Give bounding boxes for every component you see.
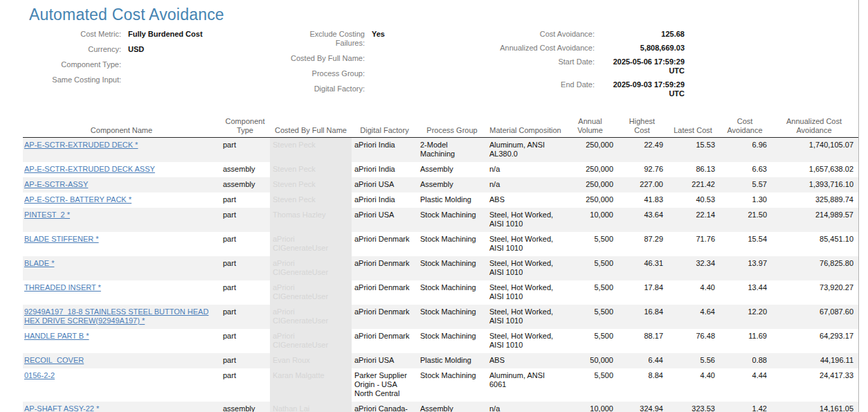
cell-highest-cost: 87.29 xyxy=(618,232,668,256)
cell-process-group: Stock Machining xyxy=(417,368,487,402)
cell-process-group: Stock Machining xyxy=(417,208,487,232)
column-header: Component Name xyxy=(23,116,220,138)
table-body: AP-E-SCTR-EXTRUDED DECK *partSteven Peck… xyxy=(23,138,858,412)
component-name-cell: AP-E-SCTR-ASSY xyxy=(23,177,220,192)
cell-process-group: Stock Machining xyxy=(417,280,487,305)
cell-process-group: 2-Model Machining xyxy=(417,138,487,163)
column-header: Cost Avoidance xyxy=(720,116,772,138)
component-name-link[interactable]: BLADE * xyxy=(24,259,54,267)
table-row: THREADED INSERT *partaPriori CIGenerateU… xyxy=(23,280,858,305)
cell-annual-volume: 250,000 xyxy=(564,162,618,177)
meta-value: 2025-05-06 17:59:29 UTC xyxy=(602,57,685,75)
cell-type: part xyxy=(220,256,270,280)
cell-latest-cost: 22.14 xyxy=(668,208,720,232)
table-header-row: Component NameComponent TypeCosted By Fu… xyxy=(23,116,858,138)
table-row: 92949A197_18-8 STAINLESS STEEL BUTTON HE… xyxy=(23,305,858,329)
meta-pair: Component Type: xyxy=(23,60,260,69)
cell-cost-avoidance: 12.20 xyxy=(720,305,772,329)
cell-material: Steel, Hot Worked, AISI 1010 xyxy=(487,208,564,232)
meta-value: Yes xyxy=(372,30,462,48)
cell-type: part xyxy=(220,208,270,232)
cell-highest-cost: 46.31 xyxy=(618,256,668,280)
meta-label: End Date: xyxy=(496,80,595,98)
cell-cost-avoidance: 13.44 xyxy=(720,280,772,305)
cell-annualized: 85,451.10 xyxy=(772,232,858,256)
component-name-cell: 92949A197_18-8 STAINLESS STEEL BUTTON HE… xyxy=(23,305,220,329)
table-row: AP-E-SCTR-EXTRUDED DECK *partSteven Peck… xyxy=(23,138,858,163)
cell-highest-cost: 92.76 xyxy=(618,162,668,177)
component-name-link[interactable]: PINTEST_2 * xyxy=(24,211,70,219)
cell-highest-cost: 17.84 xyxy=(618,280,668,305)
cell-material: Steel, Hot Worked, AISI 1010 xyxy=(487,232,564,256)
meta-column-left: Cost Metric:Fully Burdened CostCurrency:… xyxy=(23,30,260,103)
meta-pair: Same Costing Input: xyxy=(23,75,260,84)
cell-digital-factory: aPriori Denmark xyxy=(352,280,417,305)
cell-latest-cost: 32.34 xyxy=(668,256,720,280)
cell-digital-factory: aPriori USA xyxy=(352,208,417,232)
cell-digital-factory: aPriori Denmark xyxy=(352,329,417,353)
cell-digital-factory: aPriori Denmark xyxy=(352,232,417,256)
cell-annual-volume: 10,000 xyxy=(564,402,618,412)
cell-annual-volume: 5,500 xyxy=(564,280,618,305)
cell-type: part xyxy=(220,138,270,163)
page-title: Automated Cost Avoidance xyxy=(29,6,224,24)
table-row: AP-SHAFT ASSY-22 *assemblyNathan LaiaPri… xyxy=(23,402,858,412)
component-name-link[interactable]: HANDLE PART B * xyxy=(24,332,89,340)
cell-digital-factory: aPriori USA xyxy=(352,177,417,192)
cell-cost-avoidance: 21.50 xyxy=(720,208,772,232)
cell-annual-volume: 5,500 xyxy=(564,329,618,353)
cell-costed-by: aPriori CIGenerateUser xyxy=(270,280,352,305)
cell-latest-cost: 15.53 xyxy=(668,138,720,163)
cell-costed-by: aPriori CIGenerateUser xyxy=(270,329,352,353)
meta-value: USD xyxy=(128,45,260,54)
component-name-link[interactable]: AP-E-SCTR-EXTRUDED DECK * xyxy=(24,141,138,149)
cell-digital-factory: aPriori India xyxy=(352,162,417,177)
component-name-link[interactable]: 0156-2-2 xyxy=(24,371,55,379)
meta-value: 2025-09-03 17:59:29 UTC xyxy=(602,80,685,98)
component-name-link[interactable]: AP-E-SCTR-ASSY xyxy=(24,180,88,188)
cell-type: part xyxy=(220,280,270,305)
component-name-cell: HANDLE PART B * xyxy=(23,329,220,353)
cell-process-group: Stock Machining xyxy=(417,305,487,329)
meta-value xyxy=(372,54,462,63)
cell-costed-by: Evan Roux xyxy=(270,353,352,368)
meta-value xyxy=(372,69,462,78)
cell-costed-by: aPriori CIGenerateUser xyxy=(270,256,352,280)
cell-costed-by: Thomas Hazley xyxy=(270,208,352,232)
cell-latest-cost: 4.64 xyxy=(668,305,720,329)
component-name-link[interactable]: RECOIL_COVER xyxy=(24,356,84,364)
component-name-link[interactable]: THREADED INSERT * xyxy=(24,283,101,292)
component-name-cell: RECOIL_COVER xyxy=(23,353,220,368)
cell-material: Steel, Hot Worked, AISI 1010 xyxy=(487,305,564,329)
component-name-link[interactable]: 92949A197_18-8 STAINLESS STEEL BUTTON HE… xyxy=(24,307,208,325)
meta-value xyxy=(128,60,260,69)
table-row: PINTEST_2 *partThomas HazleyaPriori USAS… xyxy=(23,208,858,232)
component-name-cell: THREADED INSERT * xyxy=(23,280,220,305)
meta-pair: Cost Metric:Fully Burdened Cost xyxy=(23,30,260,39)
meta-label: Component Type: xyxy=(23,60,121,69)
cell-type: assembly xyxy=(220,402,270,412)
meta-pair: Exclude Costing Failures:Yes xyxy=(280,30,462,48)
cell-digital-factory: aPriori Denmark xyxy=(352,305,417,329)
cell-costed-by: Steven Peck xyxy=(270,138,352,163)
cell-annualized: 1,740,105.07 xyxy=(772,138,858,163)
cell-material: n/a xyxy=(487,177,564,192)
component-name-link[interactable]: AP-E-SCTR- BATTERY PACK * xyxy=(24,195,132,204)
meta-pair: End Date:2025-09-03 17:59:29 UTC xyxy=(496,80,685,98)
cell-costed-by: aPriori CIGenerateUser xyxy=(270,305,352,329)
cell-type: part xyxy=(220,192,270,208)
meta-label: Process Group: xyxy=(280,69,365,78)
cell-material: Aluminum, ANSI AL380.0 xyxy=(487,138,564,163)
column-header: Annualized Cost Avoidance xyxy=(772,116,858,138)
component-name-link[interactable]: BLADE STIFFENER * xyxy=(24,235,99,243)
meta-pair: Digital Factory: xyxy=(280,84,462,93)
component-name-link[interactable]: AP-SHAFT ASSY-22 * xyxy=(24,404,99,412)
meta-column-middle: Exclude Costing Failures:YesCosted By Fu… xyxy=(280,30,462,103)
meta-value xyxy=(128,75,260,84)
component-name-link[interactable]: AP-E-SCTR-EXTRUDED DECK ASSY xyxy=(24,165,155,173)
cell-process-group: Plastic Molding xyxy=(417,353,487,368)
cell-digital-factory: aPriori India xyxy=(352,192,417,208)
cell-process-group: Stock Machining xyxy=(417,232,487,256)
cell-highest-cost: 227.00 xyxy=(618,177,668,192)
cell-annualized: 44,196.11 xyxy=(772,353,858,368)
